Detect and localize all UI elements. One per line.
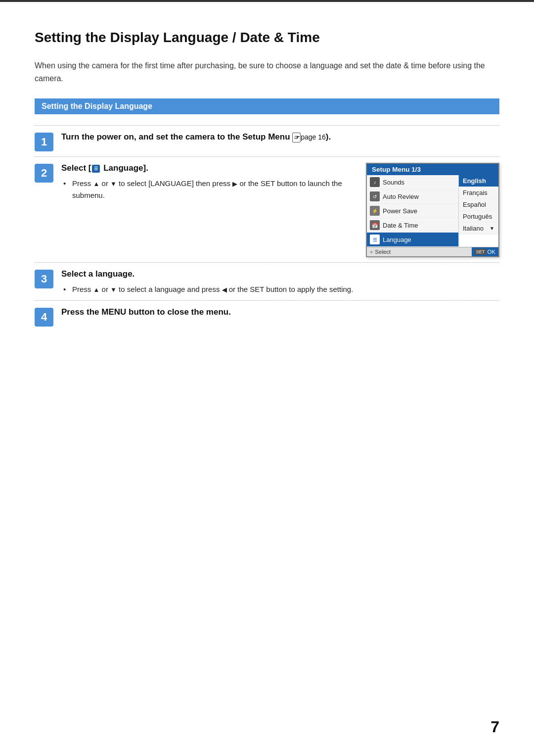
menu-footer-ok: SET OK: [472, 247, 498, 256]
step-2-camera-menu: Setup Menu 1/3 ♪ Sounds ↺ Auto: [366, 163, 499, 257]
step-4-content: Press the MENU button to close the menu.: [61, 306, 499, 319]
menu-footer: ÷ Select SET OK: [367, 247, 498, 256]
italiano-text: Italiano: [463, 225, 484, 232]
step-1: 1 Turn the power on, and set the camera …: [35, 125, 499, 151]
step-4-number: 4: [35, 308, 53, 327]
step-2-number: 2: [35, 164, 53, 183]
step-3-bullet-1: Press or to select a language and press …: [63, 284, 499, 296]
book-ref-icon: ☞: [292, 133, 301, 142]
power-icon: ⚡: [370, 206, 380, 216]
step-4: 4 Press the MENU button to close the men…: [35, 300, 499, 327]
datetime-icon: 📅: [370, 220, 380, 230]
language-label: Language: [383, 236, 411, 243]
step-1-text: Turn the power on, and set the camera to…: [61, 131, 499, 143]
select-arrows-icon: ÷: [370, 249, 373, 255]
lang-italiano: Italiano ▼: [459, 223, 498, 235]
sounds-icon: ♪: [370, 177, 380, 187]
step-3-bullets: Press or to select a language and press …: [63, 284, 499, 296]
menu-item-sounds: ♪ Sounds: [367, 175, 458, 189]
step-2-content: Select [☰ Language]. Press or to select …: [61, 162, 499, 257]
page-title: Setting the Display Language / Date & Ti…: [35, 30, 499, 46]
menu-item-language: ☰ Language: [367, 233, 458, 247]
step-4-text: Press the MENU button to close the menu.: [61, 306, 499, 319]
page-ref: page 16: [301, 133, 326, 141]
language-menu-icon: ☰: [370, 235, 380, 244]
step3-down-arrow-icon: [110, 284, 117, 295]
powersave-label: Power Save: [383, 207, 417, 215]
menu-item-datetime: 📅 Date & Time: [367, 218, 458, 233]
lang-francais: Français: [459, 187, 498, 199]
sounds-label: Sounds: [383, 179, 404, 186]
set-badge: SET: [475, 249, 487, 255]
step-2: 2 Select [☰ Language]. Press or to selec…: [35, 156, 499, 257]
right-arrow-icon: [232, 179, 237, 189]
step-1-number: 1: [35, 133, 53, 151]
ok-label: OK: [487, 249, 495, 255]
section-header: Setting the Display Language: [35, 98, 499, 114]
down-arrow-icon: [110, 179, 117, 189]
autoreview-label: Auto Review: [383, 193, 419, 200]
menu-footer-select: ÷ Select: [367, 247, 472, 256]
up-arrow-icon: [93, 179, 100, 189]
step-2-text: Select [☰ Language].: [61, 162, 351, 175]
step-3-divider: [35, 262, 499, 263]
step-2-bullet-1: Press or to select [LANGUAGE] then press…: [63, 178, 351, 202]
review-icon: ↺: [370, 191, 380, 201]
lang-portugues: Português: [459, 211, 498, 223]
menu-title: Setup Menu 1/3: [367, 164, 498, 175]
step-3: 3 Select a language. Press or to select …: [35, 262, 499, 295]
step-3-number: 3: [35, 270, 53, 288]
page-number: 7: [490, 718, 499, 736]
step-2-left: Select [☰ Language]. Press or to select …: [61, 162, 351, 202]
menu-item-powersave: ⚡ Power Save: [367, 204, 458, 218]
step-2-divider: [35, 156, 499, 157]
datetime-label: Date & Time: [383, 222, 418, 229]
menu-body: ♪ Sounds ↺ Auto Review ⚡: [367, 175, 498, 247]
language-icon: ☰: [92, 165, 100, 173]
step-3-text: Select a language.: [61, 268, 499, 281]
step-4-divider: [35, 300, 499, 301]
step-3-content: Select a language. Press or to select a …: [61, 268, 499, 295]
menu-right-col: English Français Español Português Itali…: [459, 175, 498, 247]
step-2-bullets: Press or to select [LANGUAGE] then press…: [63, 178, 351, 202]
top-border: [0, 0, 534, 2]
step-1-divider: [35, 125, 499, 126]
step3-up-arrow-icon: [93, 284, 100, 295]
intro-text: When using the camera for the first time…: [35, 59, 499, 85]
select-label: Select: [375, 249, 391, 255]
step-1-content: Turn the power on, and set the camera to…: [61, 131, 499, 146]
lang-espanol: Español: [459, 199, 498, 211]
scroll-arrow-icon: ▼: [490, 226, 494, 231]
menu-left-col: ♪ Sounds ↺ Auto Review ⚡: [367, 175, 459, 247]
step3-left-arrow-icon: [222, 284, 227, 295]
menu-item-autoreview: ↺ Auto Review: [367, 189, 458, 204]
camera-menu: Setup Menu 1/3 ♪ Sounds ↺ Auto: [366, 163, 499, 257]
lang-english: English: [459, 175, 498, 187]
